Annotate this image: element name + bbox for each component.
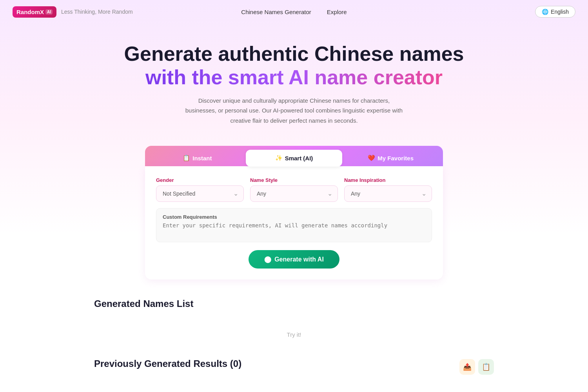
inspiration-label: Name Inspiration [344,177,432,183]
empty-hint: Try it! [94,316,494,346]
form-card: Gender Not Specified Male Female Name St… [145,166,443,279]
header: RandomX AI Less Thinking, More Random Ch… [0,0,588,24]
gender-select[interactable]: Not Specified Male Female [156,185,244,202]
generate-button[interactable]: ⬤ Generate with AI [249,250,339,269]
icon-buttons: 📤 📋 [459,359,494,375]
inspiration-select[interactable]: Any Nature Virtue Literature [344,185,432,202]
generated-names-section: Generated Names List Try it! [78,298,510,346]
prev-title: Previously Generated Results (0) [94,358,241,369]
inspiration-select-wrapper: Any Nature Virtue Literature [344,185,432,202]
copy-icon: 📋 [482,363,490,371]
style-group: Name Style Any Traditional Modern Classi… [250,177,338,202]
gender-label: Gender [156,177,244,183]
main-card: 📋 Instant ✨ Smart (AI) ❤️ My Favorites G… [137,146,451,279]
logo-wrap: RandomX AI Less Thinking, More Random [13,6,133,18]
gender-group: Gender Not Specified Male Female [156,177,244,202]
nav-explore[interactable]: Explore [327,9,347,15]
tab-smart-ai[interactable]: ✨ Smart (AI) [246,150,343,167]
generated-names-title: Generated Names List [94,298,494,309]
generate-icon: ⬤ [264,256,271,263]
language-label: English [551,9,569,15]
language-button[interactable]: 🌐 English [535,6,575,18]
tab-favorites[interactable]: ❤️ My Favorites [342,150,439,166]
style-select[interactable]: Any Traditional Modern Classical [250,185,338,202]
form-row-selects: Gender Not Specified Male Female Name St… [156,177,432,202]
logo-ai-tag: AI [45,9,53,15]
hero-title-line1: Generate authentic Chinese names [124,42,464,65]
main-nav: Chinese Names Generator Explore [241,9,347,15]
prev-header: Previously Generated Results (0) 📤 📋 [94,358,494,376]
favorites-label: My Favorites [377,155,414,162]
tab-instant[interactable]: 📋 Instant [149,150,246,166]
tabs-bar: 📋 Instant ✨ Smart (AI) ❤️ My Favorites [145,146,443,166]
generate-label: Generate with AI [274,256,324,263]
gender-select-wrapper: Not Specified Male Female [156,185,244,202]
hero-title-line2: with the smart AI name creator [145,66,443,89]
style-label: Name Style [250,177,338,183]
logo-tagline: Less Thinking, More Random [61,9,133,15]
custom-requirements-input[interactable] [163,222,425,235]
hero-title: Generate authentic Chinese names with th… [8,42,580,89]
logo-text: RandomX [16,9,44,15]
logo-badge: RandomX AI [13,6,56,18]
hero-section: Generate authentic Chinese names with th… [0,24,588,133]
style-select-wrapper: Any Traditional Modern Classical [250,185,338,202]
generate-btn-row: ⬤ Generate with AI [156,250,432,269]
translate-icon: 🌐 [542,9,548,15]
inspiration-group: Name Inspiration Any Nature Virtue Liter… [344,177,432,202]
instant-icon: 📋 [183,154,190,162]
export-icon: 📤 [463,363,472,371]
export-button[interactable]: 📤 [459,359,475,375]
prev-results-section: Previously Generated Results (0) 📤 📋 [78,358,510,376]
instant-label: Instant [192,155,212,162]
hero-description: Discover unique and culturally appropria… [184,96,404,126]
smart-icon: ✨ [275,154,283,162]
heart-icon: ❤️ [368,154,375,162]
custom-req-label: Custom Requirements [163,214,425,220]
nav-chinese-names[interactable]: Chinese Names Generator [241,9,311,15]
copy-button[interactable]: 📋 [478,359,494,375]
custom-requirements-box: Custom Requirements [156,208,432,242]
smart-label: Smart (AI) [285,155,313,162]
